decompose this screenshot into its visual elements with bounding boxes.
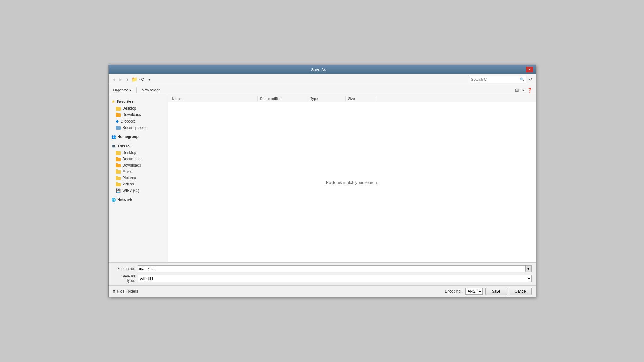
file-name-input[interactable] [138, 265, 526, 272]
file-name-row: File name: ▼ [113, 265, 532, 272]
drive-icon: 💾 [116, 188, 121, 193]
sidebar-item-pictures[interactable]: Pictures [109, 175, 168, 181]
favorites-label: Favorites [117, 99, 134, 104]
col-header-type[interactable]: Type [308, 96, 346, 101]
cancel-button[interactable]: Cancel [510, 288, 532, 295]
nav-bar: ◀ ▶ ↑ 📁 › C ▼ 🔍 ↺ [109, 74, 536, 85]
sidebar-favorites-section[interactable]: ★ Favorites [109, 98, 168, 105]
folder-icon [116, 151, 121, 155]
sidebar-item-label: Desktop [123, 106, 136, 111]
main-content: ★ Favorites Desktop Downloads ◆ Dropbox … [109, 95, 536, 262]
col-header-size[interactable]: Size [346, 96, 377, 101]
folder-icon [116, 126, 121, 130]
folder-icon [116, 113, 121, 117]
toolbar: Organize ▾ New folder ⊞ ▾ ❓ [109, 85, 536, 95]
hide-folders-icon: ⬆ [113, 289, 116, 293]
sidebar-item-label: Documents [123, 157, 142, 161]
sidebar: ★ Favorites Desktop Downloads ◆ Dropbox … [109, 95, 168, 262]
file-name-dropdown-arrow[interactable]: ▼ [526, 265, 532, 272]
sidebar-item-label: WIN7 (C:) [123, 189, 139, 193]
breadcrumb-drive[interactable]: C [141, 77, 144, 82]
recent-locations-button[interactable]: ▼ [146, 76, 153, 83]
sidebar-item-label: Music [123, 169, 132, 174]
folder-icon [116, 182, 121, 186]
back-button[interactable]: ◀ [111, 76, 117, 83]
sidebar-item-recent-places[interactable]: Recent places [109, 124, 168, 131]
sidebar-item-desktop-favorites[interactable]: Desktop [109, 105, 168, 112]
col-header-name[interactable]: Name [170, 96, 258, 101]
dropbox-icon: ◆ [116, 119, 119, 123]
encoding-select[interactable]: ANSI [465, 288, 483, 295]
this-pc-icon: 💻 [111, 144, 116, 148]
sidebar-item-dropbox[interactable]: ◆ Dropbox [109, 118, 168, 124]
save-button[interactable]: Save [485, 288, 507, 295]
bottom-bar: File name: ▼ Save as type: All Files [109, 262, 536, 285]
up-button[interactable]: ↑ [125, 76, 130, 83]
breadcrumb-sep: › [139, 77, 140, 82]
view-options-button[interactable]: ▾ [521, 87, 525, 94]
network-label: Network [118, 198, 132, 202]
sidebar-item-music[interactable]: Music [109, 168, 168, 175]
sidebar-item-label: Downloads [123, 163, 141, 167]
search-bar[interactable]: 🔍 [470, 76, 526, 83]
folder-icon [116, 169, 121, 174]
sidebar-item-drive[interactable]: 💾 WIN7 (C:) [109, 187, 168, 194]
save-as-type-select[interactable]: All Files [138, 275, 532, 282]
sidebar-item-label: Pictures [123, 176, 136, 180]
forward-button[interactable]: ▶ [118, 76, 124, 83]
col-header-date[interactable]: Date modified [258, 96, 308, 101]
file-area: Name Date modified Type Size No items ma… [168, 95, 536, 262]
sidebar-item-label: Dropbox [121, 119, 135, 123]
file-type-row: Save as type: All Files [113, 274, 532, 283]
empty-message: No items match your search. [168, 102, 536, 262]
help-button[interactable]: ❓ [526, 87, 533, 93]
sidebar-this-pc-section[interactable]: 💻 This PC [109, 143, 168, 150]
homegroup-icon: 👥 [111, 134, 116, 139]
sidebar-item-desktop-pc[interactable]: Desktop [109, 150, 168, 156]
file-name-label: File name: [113, 266, 138, 271]
breadcrumb: C [141, 77, 144, 82]
sidebar-item-label: Desktop [123, 151, 136, 155]
action-bar: ⬆ Hide Folders Encoding: ANSI Save Cance… [109, 285, 536, 297]
folder-icon [116, 107, 121, 111]
search-icon: 🔍 [520, 77, 525, 82]
new-folder-button[interactable]: New folder [140, 87, 162, 93]
save-as-dialog: Save As ✕ ◀ ▶ ↑ 📁 › C ▼ 🔍 ↺ Organize ▾ N… [108, 65, 536, 297]
homegroup-label: Homegroup [118, 134, 139, 139]
folder-icon [116, 176, 121, 180]
sidebar-homegroup-section[interactable]: 👥 Homegroup [109, 133, 168, 140]
toolbar-right: ⊞ ▾ ❓ [514, 87, 533, 94]
close-button[interactable]: ✕ [526, 67, 533, 72]
this-pc-label: This PC [118, 144, 132, 148]
save-as-type-label: Save as type: [113, 274, 138, 283]
hide-folders-button[interactable]: ⬆ Hide Folders [113, 289, 138, 293]
sidebar-item-label: Videos [123, 182, 134, 186]
folder-icon [116, 157, 121, 161]
folder-icon: 📁 [131, 76, 138, 82]
refresh-button[interactable]: ↺ [527, 76, 534, 83]
search-input[interactable] [471, 77, 520, 82]
encoding-label: Encoding: [445, 289, 461, 293]
favorites-icon: ★ [111, 99, 115, 104]
sidebar-item-downloads-favorites[interactable]: Downloads [109, 112, 168, 118]
sidebar-item-downloads-pc[interactable]: Downloads [109, 162, 168, 168]
network-icon: 🌐 [111, 198, 116, 202]
sidebar-item-label: Recent places [123, 125, 146, 130]
sidebar-item-videos[interactable]: Videos [109, 181, 168, 187]
sidebar-network-section[interactable]: 🌐 Network [109, 196, 168, 203]
sidebar-item-documents[interactable]: Documents [109, 156, 168, 162]
folder-icon [116, 163, 121, 167]
view-toggle-button[interactable]: ⊞ [514, 87, 520, 94]
title-bar: Save As ✕ [109, 65, 536, 74]
column-headers: Name Date modified Type Size [168, 95, 536, 102]
toolbar-divider [136, 87, 137, 93]
window-title: Save As [111, 67, 526, 72]
organize-button[interactable]: Organize ▾ [111, 87, 133, 93]
sidebar-item-label: Downloads [123, 112, 141, 117]
hide-folders-label: Hide Folders [117, 289, 138, 293]
